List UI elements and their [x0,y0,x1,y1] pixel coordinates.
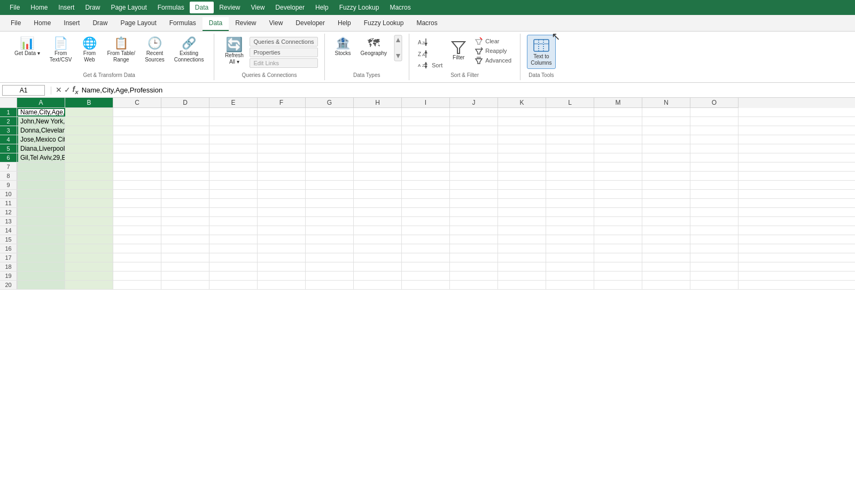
cell-a17[interactable] [17,253,65,262]
cell-g11[interactable] [306,199,354,207]
cell-l15[interactable] [546,235,594,244]
cell-o7[interactable] [690,162,739,171]
col-header-O[interactable]: O [690,98,739,108]
cell-g19[interactable] [306,272,354,280]
row-num-1[interactable]: 1 [0,108,17,117]
sort-button[interactable]: A Z Sort [416,60,445,70]
cell-i3[interactable] [402,126,450,135]
cell-f18[interactable] [258,262,306,271]
cell-d9[interactable] [161,181,209,189]
cell-n20[interactable] [642,281,690,289]
row-num-18[interactable]: 18 [0,262,17,271]
cell-h16[interactable] [354,244,402,253]
cell-h8[interactable] [354,172,402,180]
menu-item-home[interactable]: Home [25,2,53,13]
col-header-J[interactable]: J [450,98,498,108]
cell-m13[interactable] [594,217,642,226]
cell-j19[interactable] [450,272,498,280]
cell-b1[interactable] [65,108,113,117]
cell-e14[interactable] [209,226,258,235]
cell-l6[interactable] [546,153,594,162]
cell-i5[interactable] [402,144,450,153]
cell-a11[interactable] [17,199,65,207]
edit-links-button[interactable]: Edit Links [250,58,317,68]
cell-m5[interactable] [594,144,642,153]
cell-k5[interactable] [498,144,546,153]
cell-o9[interactable] [690,181,739,189]
cell-n17[interactable] [642,253,690,262]
cell-d2[interactable] [161,117,209,126]
menu-item-insert[interactable]: Insert [53,2,80,13]
menu-item-data[interactable]: Data [190,2,214,13]
cell-a4[interactable]: Jose,Mexico City,33,Professor [17,135,65,144]
cell-i12[interactable] [402,208,450,216]
cell-d4[interactable] [161,135,209,144]
cell-n13[interactable] [642,217,690,226]
cell-m1[interactable] [594,108,642,117]
cell-o12[interactable] [690,208,739,216]
cell-b5[interactable] [65,144,113,153]
row-num-19[interactable]: 19 [0,272,17,280]
row-num-6[interactable]: 6 [0,153,17,162]
cell-e18[interactable] [209,262,258,271]
cell-b18[interactable] [65,262,113,271]
cell-m6[interactable] [594,153,642,162]
cell-m18[interactable] [594,262,642,271]
cell-k15[interactable] [498,235,546,244]
cell-f16[interactable] [258,244,306,253]
cell-j16[interactable] [450,244,498,253]
cell-k13[interactable] [498,217,546,226]
cell-l12[interactable] [546,208,594,216]
cell-d5[interactable] [161,144,209,153]
cell-g2[interactable] [306,117,354,126]
cell-o8[interactable] [690,172,739,180]
cell-f10[interactable] [258,190,306,198]
cell-h7[interactable] [354,162,402,171]
cell-m10[interactable] [594,190,642,198]
cell-k14[interactable] [498,226,546,235]
cell-c5[interactable] [113,144,161,153]
cell-a7[interactable] [17,162,65,171]
cell-l20[interactable] [546,281,594,289]
cell-e19[interactable] [209,272,258,280]
cell-o16[interactable] [690,244,739,253]
cell-h13[interactable] [354,217,402,226]
cell-j2[interactable] [450,117,498,126]
cell-k4[interactable] [498,135,546,144]
cell-l17[interactable] [546,253,594,262]
cell-m11[interactable] [594,199,642,207]
row-num-20[interactable]: 20 [0,281,17,289]
ribbon-tab-insert[interactable]: Insert [57,17,86,31]
cell-c9[interactable] [113,181,161,189]
cell-b15[interactable] [65,235,113,244]
cell-h18[interactable] [354,262,402,271]
cell-a3[interactable]: Donna,Cleveland,27,Doctor [17,126,65,135]
cell-f14[interactable] [258,226,306,235]
cell-k6[interactable] [498,153,546,162]
cell-h10[interactable] [354,190,402,198]
cell-l11[interactable] [546,199,594,207]
row-num-9[interactable]: 9 [0,181,17,189]
row-num-3[interactable]: 3 [0,126,17,135]
cell-b8[interactable] [65,172,113,180]
row-num-11[interactable]: 11 [0,199,17,207]
cell-e3[interactable] [209,126,258,135]
row-num-7[interactable]: 7 [0,162,17,171]
cell-c15[interactable] [113,235,161,244]
row-num-17[interactable]: 17 [0,253,17,262]
cell-f7[interactable] [258,162,306,171]
get-data-button[interactable]: 📊 Get Data ▾ [11,35,44,59]
cell-i16[interactable] [402,244,450,253]
cell-j13[interactable] [450,217,498,226]
cell-k12[interactable] [498,208,546,216]
cell-c18[interactable] [113,262,161,271]
cell-j17[interactable] [450,253,498,262]
row-num-5[interactable]: 5 [0,144,17,153]
filter-button[interactable]: Filter [447,37,470,64]
cell-j5[interactable] [450,144,498,153]
cell-o6[interactable] [690,153,739,162]
cell-c2[interactable] [113,117,161,126]
menu-item-page-layout[interactable]: Page Layout [105,2,152,13]
cell-c16[interactable] [113,244,161,253]
cell-d20[interactable] [161,281,209,289]
